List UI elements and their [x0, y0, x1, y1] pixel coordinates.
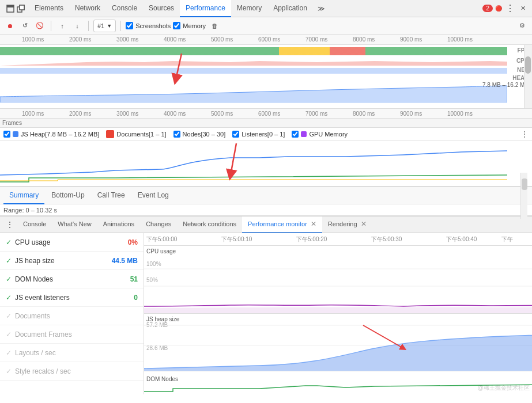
- tab-event-log[interactable]: Event Log: [132, 187, 175, 204]
- perf-monitor-close-button[interactable]: ✕: [311, 220, 316, 228]
- drawer-menu-icon[interactable]: ⋮: [2, 220, 17, 229]
- tab-sources[interactable]: Sources: [143, 0, 180, 17]
- detach-icon[interactable]: [16, 4, 25, 13]
- download-button[interactable]: ↓: [71, 20, 84, 32]
- timeline-container: 1000 ms 2000 ms 3000 ms 4000 ms 5000 ms …: [0, 35, 532, 187]
- tab-network[interactable]: Network: [69, 0, 106, 17]
- legend-row: JS Heap[7.8 MB – 16.2 MB] Documents[1 – …: [0, 128, 532, 140]
- tab-elements[interactable]: Elements: [29, 0, 69, 17]
- legend-documents[interactable]: Documents[1 – 1]: [106, 130, 166, 138]
- legend-dot-docs: [106, 130, 114, 138]
- style-check-icon: ✓: [6, 367, 15, 375]
- error-badge: 2: [482, 5, 493, 12]
- legend-dot-gpu: [301, 131, 307, 137]
- metric-jsheap[interactable]: ✓ JS heap size 44.5 MB: [0, 252, 144, 270]
- dom-chart-section: DOM Nodes: [144, 371, 532, 394]
- tab-performance[interactable]: Performance: [180, 0, 231, 17]
- timeline-ruler-bottom: 1000 ms 2000 ms 3000 ms 4000 ms 5000 ms …: [0, 108, 532, 119]
- perf-chart-area: 下午5:00:00 下午5:00:10 下午5:00:20 下午5:00:30 …: [144, 233, 532, 394]
- dom-chart-svg: [144, 371, 532, 394]
- close-devtools-button[interactable]: ✕: [518, 4, 527, 13]
- perf-chart-ruler: 下午5:00:00 下午5:00:10 下午5:00:20 下午5:00:30 …: [144, 233, 532, 246]
- settings-button[interactable]: ⚙: [516, 20, 529, 32]
- tab-console[interactable]: Console: [106, 0, 143, 17]
- screenshots-toggle[interactable]: Screenshots: [126, 22, 171, 29]
- documents-check-icon: ✓: [6, 312, 15, 320]
- tab-memory[interactable]: Memory: [231, 0, 267, 17]
- reload-button[interactable]: ↺: [18, 20, 31, 32]
- performance-toolbar: ⏺ ↺ 🚫 ↑ ↓ #1 ▼ Screenshots Memory 🗑 ⚙: [0, 17, 532, 35]
- legend-listeners[interactable]: Listeners[0 – 1]: [232, 131, 285, 138]
- metric-js-listeners[interactable]: ✓ JS event listeners 0: [0, 288, 144, 307]
- drawer-tab-rendering[interactable]: Rendering ✕: [322, 216, 372, 233]
- dom-check-icon: ✓: [6, 275, 15, 283]
- drawer-tab-whats-new[interactable]: What's New: [52, 216, 97, 233]
- legend-gpu[interactable]: GPU Memory: [292, 131, 348, 138]
- range-row: Range: 0 – 10.32 s: [0, 204, 532, 216]
- timeline-tracks[interactable]: FPS CPU NET HEAP 7.8 MB – 16.2 MB: [0, 45, 532, 108]
- listeners-check-icon: ✓: [6, 294, 15, 302]
- legend-menu-button[interactable]: ⋮: [520, 130, 529, 139]
- drawer-tab-console[interactable]: Console: [17, 216, 52, 233]
- cpu-check-icon: ✓: [6, 238, 15, 246]
- profile-selector[interactable]: #1 ▼: [93, 20, 116, 32]
- dock-icon[interactable]: [6, 4, 15, 13]
- more-tabs-button[interactable]: ≫: [313, 5, 330, 13]
- perf-metrics-list: ✓ CPU usage 0% ✓ JS heap size 44.5 MB ✓ …: [0, 233, 144, 394]
- top-tab-bar: Elements Network Console Sources Perform…: [0, 0, 532, 17]
- metric-documents[interactable]: ✓ Documents: [0, 307, 144, 325]
- toolbar-sep-2: [88, 21, 89, 31]
- timeline-scrollbar[interactable]: [524, 45, 532, 108]
- heap-chart-section: JS heap size 57.2 MB 28.6 MB: [144, 314, 532, 371]
- red-arrow-1: [167, 51, 196, 85]
- clear-button[interactable]: 🚫: [33, 20, 46, 32]
- svg-line-6: [176, 54, 182, 79]
- drawer-tab-network-conditions[interactable]: Network conditions: [177, 216, 242, 233]
- drawer-tab-changes[interactable]: Changes: [140, 216, 177, 233]
- docframes-check-icon: ✓: [6, 330, 15, 339]
- timeline-ruler-top: 1000 ms 2000 ms 3000 ms 4000 ms 5000 ms …: [0, 35, 532, 45]
- svg-line-12: [363, 325, 403, 348]
- tab-bottom-up[interactable]: Bottom-Up: [46, 187, 90, 204]
- heap-value: 7.8 MB – 16.2 MB: [482, 82, 529, 88]
- legend-nodes[interactable]: Nodes[30 – 30]: [173, 131, 226, 138]
- devtools-menu-button[interactable]: ⋮: [502, 3, 518, 14]
- tab-summary[interactable]: Summary: [3, 187, 44, 204]
- record-button[interactable]: ⏺: [3, 20, 16, 32]
- cpu-track: [0, 58, 507, 66]
- metric-dom-nodes[interactable]: ✓ DOM Nodes 51: [0, 270, 144, 288]
- analysis-tabs: Summary Bottom-Up Call Tree Event Log: [0, 187, 532, 204]
- perf-monitor-panel: ✓ CPU usage 0% ✓ JS heap size 44.5 MB ✓ …: [0, 233, 532, 394]
- devtools-icons: [2, 4, 29, 13]
- svg-rect-4: [20, 5, 24, 10]
- trash-button[interactable]: 🗑: [208, 20, 221, 32]
- metric-style-recalcs[interactable]: ✓ Style recalcs / sec: [0, 362, 144, 381]
- drawer-tab-perf-monitor[interactable]: Performance monitor ✕: [242, 216, 322, 233]
- legend-jsheap[interactable]: JS Heap[7.8 MB – 16.2 MB]: [3, 131, 99, 138]
- tab-call-tree[interactable]: Call Tree: [92, 187, 131, 204]
- memory-chart[interactable]: [0, 140, 532, 187]
- legend-dot-jsheap: [13, 131, 18, 137]
- fps-track: [0, 47, 507, 55]
- cpu-chart-section: CPU usage 100% 50%: [144, 246, 532, 314]
- memory-toggle[interactable]: Memory: [173, 22, 206, 29]
- drawer-tab-bar: ⋮ Console What's New Animations Changes …: [0, 216, 532, 233]
- timeline-scrollbar-thumb[interactable]: [525, 56, 531, 74]
- rendering-close-button[interactable]: ✕: [361, 220, 367, 228]
- net-track: [0, 68, 507, 74]
- drawer-tab-animations[interactable]: Animations: [97, 216, 140, 233]
- scrollbar-right[interactable]: [520, 173, 529, 219]
- toolbar-sep-1: [51, 21, 51, 31]
- svg-rect-1: [7, 5, 14, 7]
- upload-button[interactable]: ↑: [56, 20, 69, 32]
- metric-cpu[interactable]: ✓ CPU usage 0%: [0, 233, 144, 252]
- bottom-section: Summary Bottom-Up Call Tree Event Log Ra…: [0, 187, 532, 403]
- jsheap-check-icon: ✓: [6, 257, 15, 265]
- tab-application[interactable]: Application: [267, 0, 313, 17]
- toolbar-sep-3: [120, 21, 121, 31]
- metric-layouts[interactable]: ✓ Layouts / sec: [0, 344, 144, 362]
- frames-row: Frames: [0, 119, 532, 128]
- heap-track: [0, 77, 507, 102]
- layouts-check-icon: ✓: [6, 349, 15, 357]
- metric-doc-frames[interactable]: ✓ Document Frames: [0, 325, 144, 344]
